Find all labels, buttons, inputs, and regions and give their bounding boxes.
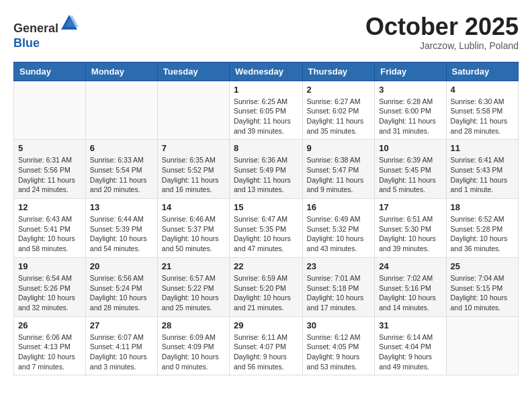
- calendar-day-cell: 11Sunrise: 6:41 AM Sunset: 5:43 PM Dayli…: [446, 140, 518, 199]
- day-info: Sunrise: 6:52 AM Sunset: 5:28 PM Dayligh…: [451, 214, 514, 254]
- day-info: Sunrise: 6:06 AM Sunset: 4:13 PM Dayligh…: [18, 332, 81, 372]
- calendar-day-cell: 26Sunrise: 6:06 AM Sunset: 4:13 PM Dayli…: [14, 316, 86, 375]
- day-number: 18: [451, 202, 514, 212]
- day-number: 20: [90, 261, 153, 271]
- calendar-day-cell: [446, 316, 518, 375]
- day-info: Sunrise: 6:59 AM Sunset: 5:20 PM Dayligh…: [234, 273, 298, 313]
- day-number: 11: [451, 143, 514, 153]
- day-info: Sunrise: 6:27 AM Sunset: 6:02 PM Dayligh…: [307, 97, 371, 136]
- day-info: Sunrise: 6:31 AM Sunset: 5:56 PM Dayligh…: [18, 155, 81, 195]
- day-number: 22: [234, 261, 298, 271]
- calendar-day-cell: 4Sunrise: 6:30 AM Sunset: 5:58 PM Daylig…: [446, 81, 518, 140]
- day-info: Sunrise: 6:49 AM Sunset: 5:32 PM Dayligh…: [307, 214, 371, 254]
- day-info: Sunrise: 6:07 AM Sunset: 4:11 PM Dayligh…: [90, 332, 153, 372]
- day-number: 9: [307, 143, 371, 153]
- day-info: Sunrise: 6:25 AM Sunset: 6:05 PM Dayligh…: [234, 97, 298, 136]
- day-info: Sunrise: 6:35 AM Sunset: 5:52 PM Dayligh…: [162, 155, 225, 195]
- calendar-day-cell: 31Sunrise: 6:14 AM Sunset: 4:04 PM Dayli…: [375, 316, 446, 375]
- calendar-day-cell: 29Sunrise: 6:11 AM Sunset: 4:07 PM Dayli…: [230, 316, 303, 375]
- day-info: Sunrise: 7:04 AM Sunset: 5:15 PM Dayligh…: [451, 273, 514, 313]
- calendar-day-cell: 15Sunrise: 6:47 AM Sunset: 5:35 PM Dayli…: [230, 199, 303, 258]
- calendar-week-row: 19Sunrise: 6:54 AM Sunset: 5:26 PM Dayli…: [14, 257, 519, 316]
- day-number: 13: [90, 202, 153, 212]
- day-info: Sunrise: 6:38 AM Sunset: 5:47 PM Dayligh…: [307, 155, 371, 195]
- day-number: 25: [451, 261, 514, 271]
- day-number: 10: [379, 143, 441, 153]
- calendar-week-row: 26Sunrise: 6:06 AM Sunset: 4:13 PM Dayli…: [14, 316, 519, 375]
- weekday-header-monday: Monday: [85, 62, 157, 81]
- calendar-day-cell: 23Sunrise: 7:01 AM Sunset: 5:18 PM Dayli…: [302, 257, 375, 316]
- logo: General Blue: [13, 13, 79, 50]
- day-info: Sunrise: 6:47 AM Sunset: 5:35 PM Dayligh…: [234, 214, 298, 254]
- day-info: Sunrise: 6:28 AM Sunset: 6:00 PM Dayligh…: [379, 97, 441, 136]
- day-number: 16: [307, 202, 371, 212]
- day-info: Sunrise: 6:56 AM Sunset: 5:24 PM Dayligh…: [90, 273, 153, 313]
- day-number: 17: [379, 202, 441, 212]
- weekday-header-wednesday: Wednesday: [230, 62, 303, 81]
- calendar-week-row: 5Sunrise: 6:31 AM Sunset: 5:56 PM Daylig…: [14, 140, 519, 199]
- day-info: Sunrise: 6:12 AM Sunset: 4:05 PM Dayligh…: [307, 332, 371, 372]
- logo-general: General: [13, 21, 58, 35]
- calendar-day-cell: 24Sunrise: 7:02 AM Sunset: 5:16 PM Dayli…: [375, 257, 446, 316]
- calendar-day-cell: 8Sunrise: 6:36 AM Sunset: 5:49 PM Daylig…: [230, 140, 303, 199]
- weekday-header-tuesday: Tuesday: [157, 62, 229, 81]
- day-info: Sunrise: 6:30 AM Sunset: 5:58 PM Dayligh…: [451, 97, 514, 136]
- calendar-day-cell: 28Sunrise: 6:09 AM Sunset: 4:09 PM Dayli…: [157, 316, 229, 375]
- day-number: 26: [18, 320, 81, 330]
- calendar-day-cell: 18Sunrise: 6:52 AM Sunset: 5:28 PM Dayli…: [446, 199, 518, 258]
- day-info: Sunrise: 6:54 AM Sunset: 5:26 PM Dayligh…: [18, 273, 81, 313]
- day-info: Sunrise: 6:11 AM Sunset: 4:07 PM Dayligh…: [234, 332, 298, 372]
- day-info: Sunrise: 6:09 AM Sunset: 4:09 PM Dayligh…: [162, 332, 225, 372]
- day-number: 4: [451, 85, 514, 95]
- calendar-day-cell: 27Sunrise: 6:07 AM Sunset: 4:11 PM Dayli…: [85, 316, 157, 375]
- calendar-day-cell: 17Sunrise: 6:51 AM Sunset: 5:30 PM Dayli…: [375, 199, 446, 258]
- page-header: General Blue October 2025 Jarczow, Lubli…: [13, 13, 519, 51]
- day-number: 29: [234, 320, 298, 330]
- day-info: Sunrise: 6:36 AM Sunset: 5:49 PM Dayligh…: [234, 155, 298, 195]
- calendar-day-cell: 10Sunrise: 6:39 AM Sunset: 5:45 PM Dayli…: [375, 140, 446, 199]
- day-info: Sunrise: 6:39 AM Sunset: 5:45 PM Dayligh…: [379, 155, 441, 195]
- day-number: 27: [90, 320, 153, 330]
- calendar-day-cell: 2Sunrise: 6:27 AM Sunset: 6:02 PM Daylig…: [302, 81, 375, 140]
- day-number: 8: [234, 143, 298, 153]
- day-info: Sunrise: 6:43 AM Sunset: 5:41 PM Dayligh…: [18, 214, 81, 254]
- day-info: Sunrise: 6:51 AM Sunset: 5:30 PM Dayligh…: [379, 214, 441, 254]
- day-number: 14: [162, 202, 225, 212]
- day-number: 12: [18, 202, 81, 212]
- logo-blue: Blue: [13, 36, 40, 50]
- day-info: Sunrise: 6:14 AM Sunset: 4:04 PM Dayligh…: [379, 332, 441, 372]
- calendar-day-cell: 1Sunrise: 6:25 AM Sunset: 6:05 PM Daylig…: [230, 81, 303, 140]
- day-number: 30: [307, 320, 371, 330]
- calendar-day-cell: [85, 81, 157, 140]
- weekday-header-row: SundayMondayTuesdayWednesdayThursdayFrid…: [14, 62, 519, 81]
- day-number: 6: [90, 143, 153, 153]
- day-info: Sunrise: 7:01 AM Sunset: 5:18 PM Dayligh…: [307, 273, 371, 313]
- day-number: 31: [379, 320, 441, 330]
- day-info: Sunrise: 6:33 AM Sunset: 5:54 PM Dayligh…: [90, 155, 153, 195]
- calendar-day-cell: 16Sunrise: 6:49 AM Sunset: 5:32 PM Dayli…: [302, 199, 375, 258]
- location-subtitle: Jarczow, Lublin, Poland: [365, 40, 519, 51]
- day-info: Sunrise: 6:41 AM Sunset: 5:43 PM Dayligh…: [451, 155, 514, 195]
- logo-icon: [60, 13, 79, 32]
- calendar-day-cell: [157, 81, 229, 140]
- day-number: 19: [18, 261, 81, 271]
- day-info: Sunrise: 6:46 AM Sunset: 5:37 PM Dayligh…: [162, 214, 225, 254]
- calendar-week-row: 1Sunrise: 6:25 AM Sunset: 6:05 PM Daylig…: [14, 81, 519, 140]
- calendar-day-cell: 12Sunrise: 6:43 AM Sunset: 5:41 PM Dayli…: [14, 199, 86, 258]
- calendar-day-cell: 19Sunrise: 6:54 AM Sunset: 5:26 PM Dayli…: [14, 257, 86, 316]
- day-number: 2: [307, 85, 371, 95]
- day-number: 5: [18, 143, 81, 153]
- weekday-header-friday: Friday: [375, 62, 446, 81]
- calendar-day-cell: 3Sunrise: 6:28 AM Sunset: 6:00 PM Daylig…: [375, 81, 446, 140]
- calendar-day-cell: 22Sunrise: 6:59 AM Sunset: 5:20 PM Dayli…: [230, 257, 303, 316]
- calendar-day-cell: 30Sunrise: 6:12 AM Sunset: 4:05 PM Dayli…: [302, 316, 375, 375]
- day-info: Sunrise: 7:02 AM Sunset: 5:16 PM Dayligh…: [379, 273, 441, 313]
- day-info: Sunrise: 6:44 AM Sunset: 5:39 PM Dayligh…: [90, 214, 153, 254]
- day-number: 7: [162, 143, 225, 153]
- calendar-table: SundayMondayTuesdayWednesdayThursdayFrid…: [13, 62, 519, 376]
- day-number: 21: [162, 261, 225, 271]
- calendar-day-cell: 14Sunrise: 6:46 AM Sunset: 5:37 PM Dayli…: [157, 199, 229, 258]
- calendar-day-cell: 6Sunrise: 6:33 AM Sunset: 5:54 PM Daylig…: [85, 140, 157, 199]
- day-number: 24: [379, 261, 441, 271]
- weekday-header-sunday: Sunday: [14, 62, 86, 81]
